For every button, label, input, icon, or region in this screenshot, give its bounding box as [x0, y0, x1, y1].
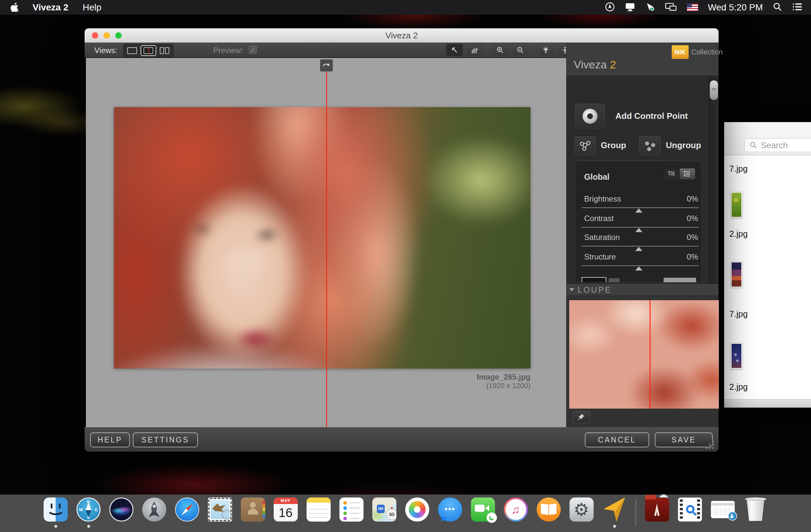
- dock-item-messages[interactable]: •••: [438, 498, 462, 530]
- dock-item-nik-collection[interactable]: [602, 498, 626, 530]
- menu-clock[interactable]: Wed 5:20 PM: [708, 2, 763, 13]
- view-single-button[interactable]: [124, 45, 140, 56]
- slider-label: Structure: [584, 252, 616, 261]
- dock-item-ibooks[interactable]: [537, 498, 561, 530]
- dock-item-system-preferences[interactable]: ⚙: [569, 498, 594, 530]
- eyedropper-button-partial[interactable]: [609, 278, 619, 283]
- file-label[interactable]: 2.jpg: [729, 229, 748, 239]
- dock-item-notes[interactable]: [307, 498, 331, 530]
- menu-item-help[interactable]: Help: [83, 2, 102, 13]
- global-title: Global: [584, 172, 610, 182]
- loupe-header[interactable]: LOUPE: [567, 284, 719, 295]
- dock-item-reminders[interactable]: [339, 498, 364, 530]
- loupe-collapse-icon: [569, 288, 575, 291]
- input-language-flag-icon[interactable]: [687, 4, 698, 11]
- launchpad-icon: [142, 498, 166, 521]
- dock-item-quicktime-file[interactable]: [678, 498, 702, 530]
- spotlight-search-icon[interactable]: [772, 2, 782, 13]
- view-sidebyside-button[interactable]: [157, 45, 172, 56]
- slider-thumb[interactable]: [635, 266, 642, 271]
- dock-item-contacts[interactable]: [241, 498, 265, 530]
- nik-collection-icon: [602, 498, 626, 521]
- maps-route-shield: 280: [377, 505, 385, 513]
- split-orientation-button[interactable]: [320, 59, 333, 72]
- slider-thumb[interactable]: [635, 208, 642, 213]
- zoom-in-button[interactable]: [491, 44, 509, 57]
- scrollbar-thumb[interactable]: [710, 80, 718, 100]
- apple-menu[interactable]: [10, 2, 18, 13]
- ungroup-button[interactable]: [639, 136, 661, 156]
- preview-label: Preview:: [213, 46, 243, 55]
- notification-center-icon[interactable]: [792, 2, 802, 13]
- help-button[interactable]: HELP: [90, 432, 130, 447]
- finder-search-field[interactable]: Search: [744, 138, 811, 152]
- file-label[interactable]: 7.jpg: [729, 309, 748, 319]
- dock-item-spreadsheet-file[interactable]: [711, 498, 735, 530]
- dock-item-photos[interactable]: [405, 498, 429, 530]
- finder-file-list[interactable]: 7.jpg 2.jpg 7.jpg 2.jpg: [724, 155, 811, 392]
- slider-value: 0%: [687, 252, 698, 261]
- add-control-point-button[interactable]: [575, 104, 605, 128]
- slider-track[interactable]: [582, 227, 699, 231]
- dock-item-safari[interactable]: [175, 498, 199, 530]
- group-button[interactable]: [574, 136, 596, 156]
- slider-thumb[interactable]: [635, 247, 642, 251]
- compare-button[interactable]: [537, 44, 554, 57]
- photo-preview[interactable]: [114, 107, 531, 368]
- location-services-icon[interactable]: [605, 2, 615, 13]
- pan-tool-button[interactable]: [466, 44, 483, 57]
- dock-item-itunes[interactable]: ♫: [504, 498, 528, 530]
- apply-button-partial[interactable]: [663, 278, 696, 283]
- settings-button[interactable]: SETTINGS: [133, 432, 198, 447]
- display-menu-icon[interactable]: [625, 2, 636, 13]
- window-resize-grip[interactable]: [704, 439, 714, 449]
- file-thumbnail[interactable]: [731, 261, 742, 288]
- menu-app-name[interactable]: Viveza 2: [33, 2, 68, 13]
- dock-item-maps[interactable]: 280 3D: [372, 498, 396, 530]
- file-thumbnail[interactable]: [731, 343, 742, 369]
- loupe-pin-button[interactable]: [572, 411, 590, 423]
- remote-cursor-icon[interactable]: [645, 2, 655, 13]
- cancel-button[interactable]: CANCEL: [585, 432, 649, 447]
- tool-buttons: [446, 44, 575, 57]
- global-adjustments-box: Global Brightness 0%: [575, 161, 702, 283]
- title-bar[interactable]: Viveza 2: [85, 28, 719, 43]
- select-tool-button[interactable]: [446, 44, 463, 57]
- file-label[interactable]: 2.jpg: [729, 382, 748, 392]
- preview-checkbox[interactable]: ✓: [249, 46, 257, 54]
- slider-brightness[interactable]: Brightness 0%: [584, 194, 696, 213]
- split-preview-line[interactable]: [326, 60, 327, 427]
- finder-status-bar: [724, 399, 811, 408]
- panel-scrollbar[interactable]: [709, 78, 719, 284]
- slider-saturation[interactable]: Saturation 0%: [584, 233, 696, 252]
- dock-item-acrobat[interactable]: [645, 498, 669, 530]
- dock-item-finder[interactable]: [44, 498, 68, 530]
- file-thumbnail[interactable]: [731, 192, 742, 218]
- slider-structure[interactable]: Structure 0%: [584, 252, 696, 271]
- image-canvas[interactable]: Image_265.jpg (1920 x 1200): [86, 58, 566, 427]
- dock-item-launchpad[interactable]: [142, 498, 166, 530]
- slider-track[interactable]: [582, 208, 699, 212]
- dock-item-trash[interactable]: [744, 498, 768, 530]
- copy-settings-button[interactable]: [664, 168, 680, 179]
- finder-window[interactable]: Search 7.jpg 2.jpg 7.jpg 2.jpg: [724, 122, 811, 408]
- dock-item-mail[interactable]: [208, 498, 232, 530]
- dock-item-siri[interactable]: [109, 498, 134, 530]
- loupe-preview[interactable]: [569, 300, 719, 409]
- slider-contrast[interactable]: Contrast 0%: [584, 214, 696, 233]
- screen-mirroring-icon[interactable]: [665, 2, 677, 13]
- view-split-button[interactable]: [141, 45, 156, 56]
- dock-item-facetime[interactable]: [471, 498, 495, 530]
- search-icon: [749, 141, 758, 149]
- dock-item-compass-app[interactable]: NS WE: [76, 498, 101, 530]
- paste-settings-button[interactable]: [680, 168, 695, 179]
- dock-item-calendar[interactable]: MAY 16: [274, 498, 298, 530]
- slider-track[interactable]: [582, 265, 699, 270]
- reset-button-partial[interactable]: [582, 277, 606, 283]
- zoom-out-button[interactable]: [511, 44, 529, 57]
- dock: NS WE MAY 16: [0, 495, 811, 532]
- slider-thumb[interactable]: [635, 228, 642, 232]
- slider-track[interactable]: [582, 246, 699, 250]
- file-label[interactable]: 7.jpg: [729, 164, 748, 174]
- trash-icon: [746, 498, 766, 521]
